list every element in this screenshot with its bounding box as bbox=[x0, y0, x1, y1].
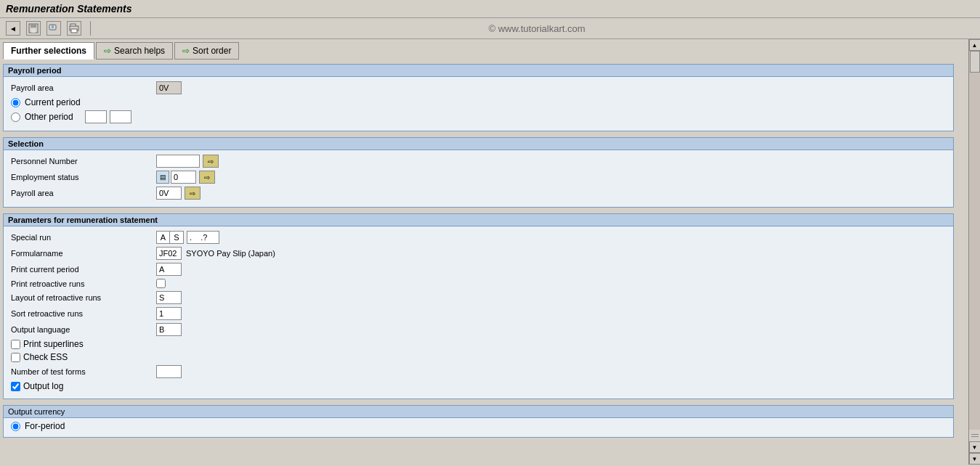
sort-retroactive-label: Sort retroactive runs bbox=[11, 309, 156, 318]
tab-search-helps[interactable]: ⇨ Search helps bbox=[96, 42, 173, 60]
right-scrollbar[interactable]: ▲ ▼ ▼ bbox=[968, 39, 980, 465]
back-icon[interactable]: ◄ bbox=[6, 21, 20, 36]
toolbar-separator bbox=[90, 21, 91, 36]
for-period-radio[interactable] bbox=[11, 422, 20, 431]
other-period-radio[interactable] bbox=[11, 113, 20, 122]
selection-payroll-area-row: Payroll area ⇨ bbox=[11, 187, 946, 200]
search-helps-arrow-icon: ⇨ bbox=[104, 46, 111, 56]
output-language-row: Output language bbox=[11, 323, 946, 336]
page-title: Remuneration Statements bbox=[6, 3, 131, 15]
output-currency-title: Output currency bbox=[4, 406, 953, 418]
special-run-s: S bbox=[170, 232, 183, 243]
other-period-input1[interactable] bbox=[85, 110, 107, 123]
print-superlines-checkbox[interactable] bbox=[11, 340, 20, 349]
output-log-label: Output log bbox=[23, 381, 63, 391]
check-ess-row: Check ESS bbox=[11, 352, 946, 362]
layout-retroactive-label: Layout of retroactive runs bbox=[11, 293, 156, 302]
output-log-row: Output log bbox=[11, 381, 946, 391]
print-superlines-label: Print superlines bbox=[23, 339, 84, 349]
save-icon[interactable] bbox=[26, 21, 41, 36]
selection-section: Selection Personnel Number ⇨ Employment … bbox=[3, 137, 954, 208]
check-ess-label: Check ESS bbox=[23, 352, 68, 362]
employment-status-input[interactable] bbox=[171, 171, 196, 184]
other-period-label: Other period bbox=[25, 112, 73, 122]
selection-content: Personnel Number ⇨ Employment status ▤ ⇨… bbox=[4, 150, 953, 207]
scroll-thumb[interactable] bbox=[970, 51, 980, 73]
sort-retroactive-row: Sort retroactive runs bbox=[11, 307, 946, 320]
formularname-label: Formularname bbox=[11, 249, 156, 258]
other-period-input2[interactable] bbox=[110, 110, 131, 123]
layout-retroactive-row: Layout of retroactive runs bbox=[11, 291, 946, 304]
number-test-forms-input[interactable] bbox=[156, 365, 182, 378]
content-area: Further selections ⇨ Search helps ⇨ Sort… bbox=[0, 39, 968, 465]
special-run-as-box: A S bbox=[156, 231, 184, 244]
svg-rect-1 bbox=[31, 24, 36, 28]
print-retroactive-label: Print retroactive runs bbox=[11, 279, 156, 288]
selection-title: Selection bbox=[4, 138, 953, 150]
output-log-checkbox[interactable] bbox=[11, 382, 20, 391]
for-period-row: For-period bbox=[11, 421, 946, 431]
employment-status-icon-btn[interactable]: ▤ bbox=[156, 171, 169, 184]
payroll-period-title: Payroll period bbox=[4, 65, 953, 77]
print-current-period-label: Print current period bbox=[11, 265, 156, 274]
personnel-number-arrow-btn[interactable]: ⇨ bbox=[203, 155, 219, 168]
selection-payroll-area-input[interactable] bbox=[156, 187, 182, 200]
selection-payroll-area-arrow-btn[interactable]: ⇨ bbox=[185, 187, 201, 200]
sort-order-label: Sort order bbox=[193, 46, 231, 56]
toolbar: ◄ © www.tutorialkart.com bbox=[0, 18, 980, 39]
parameters-title: Parameters for remuneration statement bbox=[4, 214, 953, 226]
current-period-label: Current period bbox=[25, 97, 81, 107]
tab-sort-order[interactable]: ⇨ Sort order bbox=[174, 42, 239, 60]
sort-order-arrow-icon: ⇨ bbox=[182, 46, 190, 56]
print-retroactive-checkbox[interactable] bbox=[156, 279, 166, 288]
output-language-input[interactable] bbox=[156, 323, 182, 336]
parameters-section: Parameters for remuneration statement Sp… bbox=[3, 213, 954, 399]
number-test-forms-row: Number of test forms bbox=[11, 365, 946, 378]
output-language-label: Output language bbox=[11, 325, 156, 334]
scroll-down-arrow[interactable]: ▼ bbox=[969, 441, 981, 453]
print-current-period-row: Print current period bbox=[11, 263, 946, 276]
scroll-down-arrow2[interactable]: ▼ bbox=[969, 453, 981, 465]
payroll-period-section: Payroll period Payroll area Current peri… bbox=[3, 64, 954, 131]
check-ess-checkbox[interactable] bbox=[11, 353, 20, 362]
special-run-label: Special run bbox=[11, 233, 156, 242]
employment-status-inputs: ▤ bbox=[156, 171, 196, 184]
payroll-period-content: Payroll area Current period Other period bbox=[4, 77, 953, 131]
watermark: © www.tutorialkart.com bbox=[100, 23, 974, 34]
formularname-row: Formularname SYOYO Pay Slip (Japan) bbox=[11, 247, 946, 260]
layout-retroactive-input[interactable] bbox=[156, 291, 182, 304]
sort-retroactive-input[interactable] bbox=[156, 307, 182, 320]
formularname-input[interactable] bbox=[156, 247, 182, 260]
selection-payroll-area-label: Payroll area bbox=[11, 189, 156, 197]
special-run-dot-input[interactable] bbox=[187, 231, 219, 244]
title-bar: Remuneration Statements bbox=[0, 0, 980, 18]
tab-bar: Further selections ⇨ Search helps ⇨ Sort… bbox=[3, 42, 954, 60]
find-icon[interactable] bbox=[46, 21, 61, 36]
payroll-area-row: Payroll area bbox=[11, 81, 946, 94]
print-superlines-row: Print superlines bbox=[11, 339, 946, 349]
print-retroactive-row: Print retroactive runs bbox=[11, 279, 946, 288]
employment-status-row: Employment status ▤ ⇨ bbox=[11, 171, 946, 184]
personnel-number-input[interactable] bbox=[156, 155, 200, 168]
scroll-grip[interactable] bbox=[971, 430, 979, 441]
print-icon[interactable] bbox=[67, 21, 81, 36]
current-period-row: Current period bbox=[11, 97, 946, 107]
search-helps-label: Search helps bbox=[114, 46, 165, 56]
employment-status-arrow-btn[interactable]: ⇨ bbox=[199, 171, 215, 184]
formularname-description: SYOYO Pay Slip (Japan) bbox=[186, 249, 275, 258]
tab-further-selections[interactable]: Further selections bbox=[3, 42, 94, 60]
output-currency-section: Output currency For-period bbox=[3, 405, 954, 438]
print-current-period-input[interactable] bbox=[156, 263, 182, 276]
special-run-row: Special run A S bbox=[11, 231, 946, 244]
personnel-number-label: Personnel Number bbox=[11, 157, 156, 165]
personnel-number-row: Personnel Number ⇨ bbox=[11, 155, 946, 168]
other-period-inputs bbox=[85, 110, 131, 123]
payroll-area-input[interactable] bbox=[156, 81, 182, 94]
svg-rect-8 bbox=[71, 29, 77, 33]
other-period-row: Other period bbox=[11, 110, 946, 123]
further-selections-label: Further selections bbox=[11, 46, 86, 56]
output-currency-content: For-period bbox=[4, 418, 953, 437]
current-period-radio[interactable] bbox=[11, 98, 20, 107]
scroll-up-arrow[interactable]: ▲ bbox=[969, 39, 981, 51]
number-test-forms-label: Number of test forms bbox=[11, 367, 156, 376]
